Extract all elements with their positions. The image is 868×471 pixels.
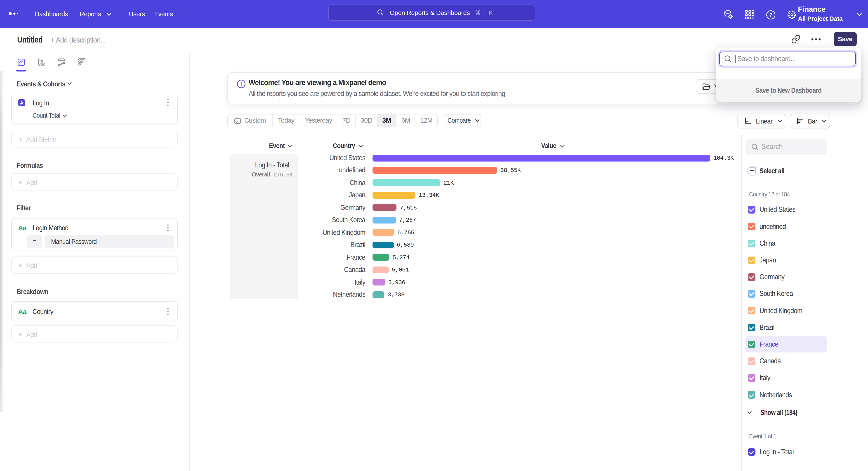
svg-text:?: ? bbox=[769, 12, 773, 18]
